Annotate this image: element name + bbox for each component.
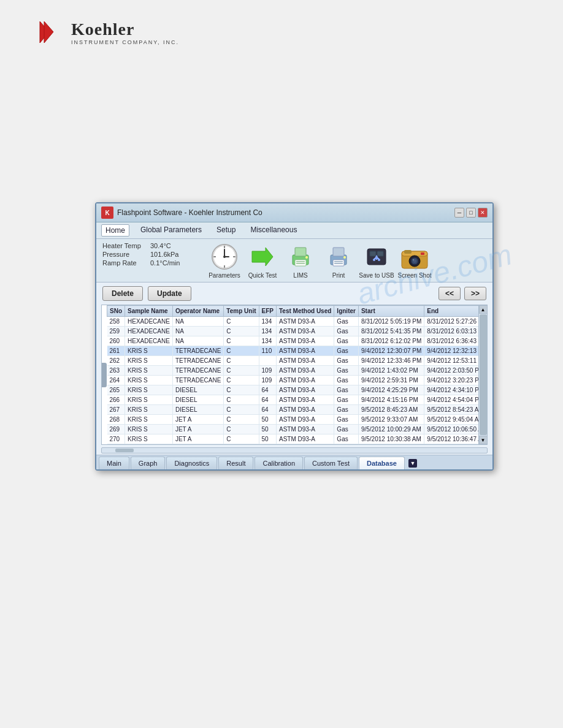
table-cell: NA (172, 317, 223, 327)
table-row[interactable]: 265KRIS SDIESELC64ASTM D93-AGas9/4/2012 … (107, 385, 488, 395)
table-cell: TETRADECANE (172, 376, 223, 385)
table-cell: KRIS S (125, 395, 173, 405)
heater-temp-row: Heater Temp 30.4°C (102, 242, 194, 249)
table-cell: KRIS S (125, 434, 173, 444)
table-cell: ASTM D93-A (276, 356, 334, 366)
table-row[interactable]: 266KRIS SDIESELC64ASTM D93-AGas9/4/2012 … (107, 395, 488, 405)
table-row[interactable]: 258HEXADECANENAC134ASTM D93-AGas8/31/201… (107, 317, 488, 327)
table-cell: DIESEL (172, 395, 223, 405)
table-cell: Gas (334, 327, 359, 336)
svg-point-17 (305, 256, 308, 259)
tab-diagnostics[interactable]: Diagnostics (166, 457, 217, 469)
tab-graph[interactable]: Graph (131, 457, 166, 469)
table-cell: 9/4/2012 12:33:46 PM (358, 356, 424, 366)
table-cell: Gas (334, 346, 359, 356)
save-usb-label: Save to USB (359, 272, 394, 279)
tab-custom-test[interactable]: Custom Test (304, 457, 358, 469)
table-cell: 9/4/2012 4:34:10 PM (424, 385, 487, 395)
table-row[interactable]: 267KRIS SDIESELC64ASTM D93-AGas9/5/2012 … (107, 405, 488, 415)
table-cell: C (224, 376, 259, 385)
table-row[interactable]: 262KRIS STETRADECANECASTM D93-AGas9/4/20… (107, 356, 488, 366)
table-cell: Gas (334, 425, 359, 434)
table-row[interactable]: 263KRIS STETRADECANEC109ASTM D93-AGas9/4… (107, 366, 488, 376)
tab-scroll-arrow[interactable]: ▼ (408, 459, 417, 468)
table-cell: DIESEL (172, 405, 223, 415)
delete-button[interactable]: Delete (102, 286, 143, 301)
table-cell: NA (172, 336, 223, 346)
table-row[interactable]: 264KRIS STETRADECANEC109ASTM D93-AGas9/4… (107, 376, 488, 385)
scrollbar: ▲ ▼ (478, 305, 487, 444)
table-cell: C (224, 415, 259, 425)
tab-result[interactable]: Result (218, 457, 253, 469)
table-cell: 262 (107, 356, 125, 366)
table-cell: C (224, 434, 259, 444)
next-button[interactable]: >> (464, 287, 486, 300)
col-test-method: Test Method Used (276, 306, 334, 317)
table-cell: 9/5/2012 10:06:50 AM (424, 425, 487, 434)
scroll-up-button[interactable]: ▲ (479, 305, 488, 314)
table-cell: 8/31/2012 5:41:35 PM (358, 327, 424, 336)
parameters-button[interactable]: Parameters (207, 242, 242, 279)
svg-point-38 (413, 259, 414, 260)
table-cell: 9/5/2012 10:00:29 AM (358, 425, 424, 434)
tab-database[interactable]: Database (359, 457, 405, 469)
table-cell: Gas (334, 336, 359, 346)
tab-main[interactable]: Main (99, 457, 129, 469)
svg-point-29 (373, 259, 375, 261)
screenshot-button[interactable]: Screen Shot (397, 242, 432, 279)
quick-test-button[interactable]: Quick Test (245, 242, 280, 279)
table-row[interactable]: 268KRIS SJET AC50ASTM D93-AGas9/5/2012 9… (107, 415, 488, 425)
close-button[interactable]: ✕ (478, 208, 488, 218)
table-cell: 9/4/2012 4:15:16 PM (358, 395, 424, 405)
table-cell: C (224, 356, 259, 366)
menu-setup[interactable]: Setup (213, 224, 239, 237)
status-bar: Heater Temp 30.4°C Pressure 101.6kPa Ram… (96, 239, 492, 282)
table-cell: 260 (107, 336, 125, 346)
scroll-down-button[interactable]: ▼ (479, 436, 488, 444)
table-cell: NA (172, 327, 223, 336)
table-cell: TETRADECANE (172, 356, 223, 366)
table-cell: KRIS S (125, 385, 173, 395)
table-cell: KRIS S (125, 415, 173, 425)
table-cell: 261 (107, 346, 125, 356)
menu-miscellaneous[interactable]: Miscellaneous (247, 224, 301, 237)
table-cell: ASTM D93-A (276, 376, 334, 385)
table-cell: C (224, 385, 259, 395)
table-cell: 50 (259, 415, 276, 425)
table-cell: Gas (334, 356, 359, 366)
menu-global-parameters[interactable]: Global Parameters (137, 224, 205, 237)
table-cell: ASTM D93-A (276, 395, 334, 405)
table-row[interactable]: 269KRIS SJET AC50ASTM D93-AGas9/5/2012 1… (107, 425, 488, 434)
print-button[interactable]: Print (321, 242, 356, 279)
maximize-button[interactable]: □ (466, 208, 476, 218)
sidebar-handle[interactable] (102, 363, 107, 387)
prev-button[interactable]: << (439, 287, 461, 300)
table-cell: 134 (259, 336, 276, 346)
clock-icon (209, 242, 240, 271)
update-button[interactable]: Update (148, 286, 191, 301)
table-cell: C (224, 405, 259, 415)
table-row[interactable]: 270KRIS SJET AC50ASTM D93-AGas9/5/2012 1… (107, 434, 488, 444)
logo-subtitle: INSTRUMENT COMPANY, INC. (71, 39, 179, 45)
table-row[interactable]: 259HEXADECANENAC134ASTM D93-AGas8/31/201… (107, 327, 488, 336)
table-cell: 9/4/2012 12:30:07 PM (358, 346, 424, 356)
table-cell: DIESEL (172, 385, 223, 395)
table-cell: 263 (107, 366, 125, 376)
save-usb-button[interactable]: Save to USB (359, 242, 394, 279)
parameters-label: Parameters (209, 272, 240, 279)
horizontal-scrollbar[interactable] (101, 447, 488, 453)
col-operator-name: Operator Name (172, 306, 223, 317)
quick-test-label: Quick Test (248, 272, 277, 279)
minimize-button[interactable]: ─ (454, 208, 464, 218)
table-cell: 259 (107, 327, 125, 336)
table-cell: 9/4/2012 12:32:13 PM (424, 346, 487, 356)
menu-home[interactable]: Home (101, 224, 129, 237)
table-row[interactable]: 261KRIS STETRADECANEC110ASTM D93-AGas9/4… (107, 346, 488, 356)
table-cell: 8/31/2012 5:05:19 PM (358, 317, 424, 327)
print-label: Print (332, 272, 345, 279)
table-row[interactable]: 260HEXADECANENAC134ASTM D93-AGas8/31/201… (107, 336, 488, 346)
pressure-label: Pressure (102, 251, 145, 258)
scroll-thumb[interactable] (480, 314, 487, 435)
tab-calibration[interactable]: Calibration (255, 457, 303, 469)
lims-button[interactable]: LIMS (283, 242, 318, 279)
